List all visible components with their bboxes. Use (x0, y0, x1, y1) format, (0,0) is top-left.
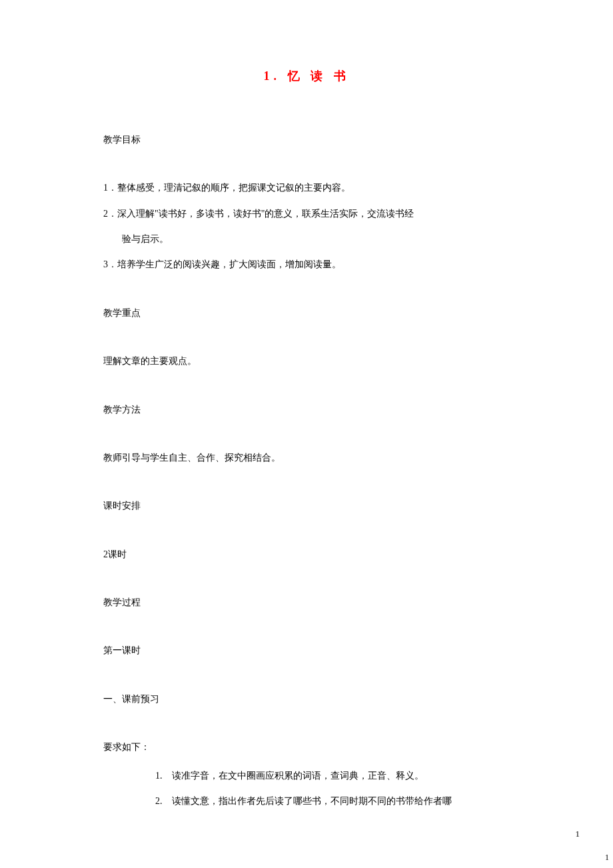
document-title: 1. 忆 读 书 (103, 67, 510, 86)
heading-process: 教学过程 (103, 595, 510, 610)
page-number-right: 1 (576, 827, 580, 841)
heading-method: 教学方法 (103, 403, 510, 417)
emphasis-text: 理解文章的主要观点。 (103, 354, 510, 369)
heading-goals: 教学目标 (103, 133, 510, 147)
heading-lesson1: 第一课时 (103, 643, 510, 658)
requirement-item-2: 2. 读懂文意，指出作者先后读了哪些书，不同时期不同的书带给作者哪 (103, 794, 510, 809)
heading-requirements: 要求如下： (103, 740, 510, 755)
heading-schedule: 课时安排 (103, 499, 510, 513)
requirement-item-1: 1. 读准字音，在文中圈画应积累的词语，查词典，正音、释义。 (103, 769, 510, 783)
method-text: 教师引导与学生自主、合作、探究相结合。 (103, 451, 510, 465)
goal-item-1: 1．整体感受，理清记叙的顺序，把握课文记叙的主要内容。 (103, 181, 510, 195)
page-number-corner: 1 (605, 851, 609, 864)
heading-prestudy: 一、课前预习 (103, 692, 510, 707)
schedule-text: 2课时 (103, 547, 510, 562)
heading-emphasis: 教学重点 (103, 306, 510, 321)
goals-list: 1．整体感受，理清记叙的顺序，把握课文记叙的主要内容。 2．深入理解"读书好，多… (103, 181, 510, 273)
goal-item-3: 3．培养学生广泛的阅读兴趣，扩大阅读面，增加阅读量。 (103, 257, 510, 272)
goal-item-2-line1: 2．深入理解"读书好，多读书，读好书"的意义，联系生活实际，交流读书经 (103, 207, 510, 221)
requirements-list: 1. 读准字音，在文中圈画应积累的词语，查词典，正音、释义。 2. 读懂文意，指… (103, 769, 510, 809)
goal-item-2-line2: 验与启示。 (103, 232, 510, 247)
